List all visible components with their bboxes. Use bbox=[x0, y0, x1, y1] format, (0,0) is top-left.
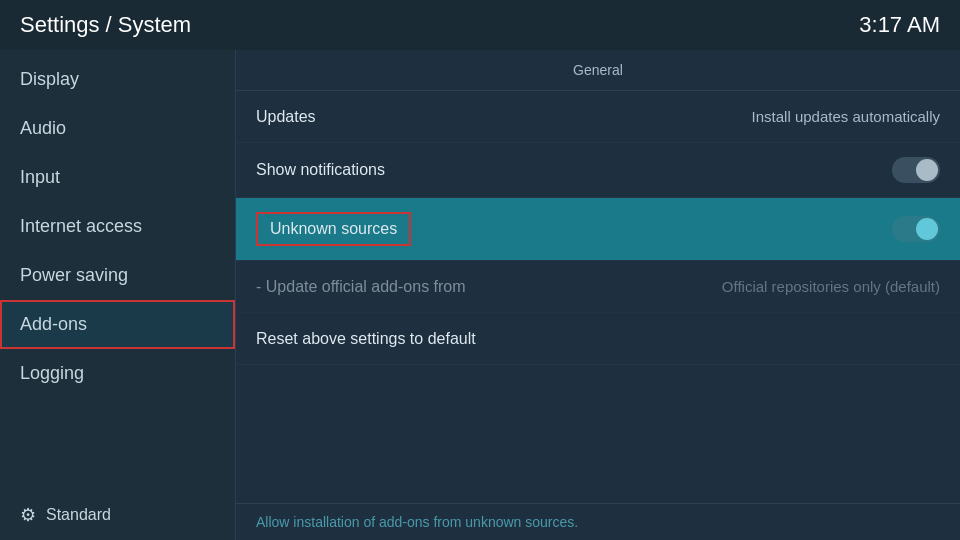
settings-list: Updates Install updates automatically Sh… bbox=[236, 91, 960, 503]
sidebar-item-power-saving[interactable]: Power saving bbox=[0, 251, 235, 300]
app-header: Settings / System 3:17 AM bbox=[0, 0, 960, 50]
sidebar-item-add-ons[interactable]: Add-ons bbox=[0, 300, 235, 349]
sidebar-item-audio[interactable]: Audio bbox=[0, 104, 235, 153]
clock: 3:17 AM bbox=[859, 12, 940, 38]
sidebar-footer-label: Standard bbox=[46, 506, 111, 524]
show-notifications-label: Show notifications bbox=[256, 161, 385, 179]
settings-row-reset[interactable]: Reset above settings to default bbox=[236, 313, 960, 365]
settings-row-show-notifications[interactable]: Show notifications bbox=[236, 143, 960, 198]
updates-value: Install updates automatically bbox=[752, 108, 940, 125]
main-layout: Display Audio Input Internet access Powe… bbox=[0, 50, 960, 540]
section-header: General bbox=[236, 50, 960, 91]
page-title: Settings / System bbox=[20, 12, 191, 38]
update-addons-label: - Update official add-ons from bbox=[256, 278, 466, 296]
updates-label: Updates bbox=[256, 108, 316, 126]
reset-label: Reset above settings to default bbox=[256, 330, 476, 348]
unknown-sources-toggle[interactable] bbox=[892, 216, 940, 242]
unknown-sources-label: Unknown sources bbox=[256, 212, 411, 246]
gear-icon: ⚙ bbox=[20, 504, 36, 526]
content-area: General Updates Install updates automati… bbox=[235, 50, 960, 540]
sidebar-item-internet-access[interactable]: Internet access bbox=[0, 202, 235, 251]
content-footer-hint: Allow installation of add-ons from unkno… bbox=[236, 503, 960, 540]
toggle-knob bbox=[916, 159, 938, 181]
toggle-knob bbox=[916, 218, 938, 240]
settings-row-updates[interactable]: Updates Install updates automatically bbox=[236, 91, 960, 143]
sidebar-item-logging[interactable]: Logging bbox=[0, 349, 235, 398]
sidebar-item-input[interactable]: Input bbox=[0, 153, 235, 202]
update-addons-value: Official repositories only (default) bbox=[722, 278, 940, 295]
sidebar-footer: ⚙ Standard bbox=[0, 490, 235, 540]
settings-row-unknown-sources[interactable]: Unknown sources bbox=[236, 198, 960, 261]
sidebar-item-display[interactable]: Display bbox=[0, 55, 235, 104]
settings-row-update-addons-from[interactable]: - Update official add-ons from Official … bbox=[236, 261, 960, 313]
sidebar: Display Audio Input Internet access Powe… bbox=[0, 50, 235, 540]
show-notifications-toggle[interactable] bbox=[892, 157, 940, 183]
